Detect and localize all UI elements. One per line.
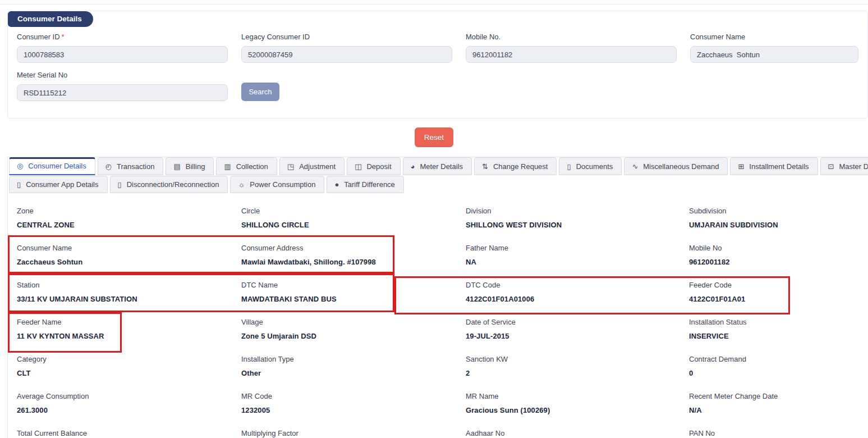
field-total-current-balance: Total Current Balance (17, 429, 241, 438)
tab-label: Transaction (117, 162, 154, 171)
meter-serial-field-group: Meter Serial No (17, 71, 241, 101)
detail-row: Average Consumption261.3000MR Code123200… (17, 380, 868, 417)
field-installation-status: Installation StatusINSERVICE (689, 318, 868, 343)
billing-card-icon: ▤ (173, 162, 180, 171)
tab-adjustment[interactable]: ◳Adjustment (279, 157, 345, 175)
consumer-id-label: Consumer ID* (17, 33, 241, 41)
reset-button[interactable]: Reset (415, 127, 453, 147)
tab-transaction[interactable]: ◴Transaction (98, 157, 164, 175)
tab-billing[interactable]: ▤Billing (166, 157, 214, 175)
field-value: 33/11 KV UMJARAIN SUBSTATION (17, 295, 241, 303)
field-village: VillageZone 5 Umjarain DSD (241, 318, 466, 343)
tab-disconnection-reconnection[interactable]: ▯Disconnection/Reconnection (110, 176, 228, 193)
detail-row: Consumer NameZacchaeus SohtunConsumer Ad… (17, 231, 868, 268)
field-value: INSERVICE (689, 332, 868, 340)
tab-meter-details[interactable]: ◕Meter Details (403, 157, 472, 175)
legacy-consumer-id-input[interactable] (241, 46, 452, 63)
tab-power-consumption[interactable]: ☼Power Consumption (230, 176, 324, 193)
consumer-name-input[interactable] (690, 46, 858, 63)
field-contract-demand: Contract Demand0 (689, 355, 868, 380)
tab-label: Deposit (366, 162, 391, 171)
field-category: CategoryCLT (17, 355, 241, 380)
meter-serial-input[interactable] (17, 84, 228, 101)
field-subdivision: SubdivisionUMJARAIN SUBDIVISION (689, 207, 868, 231)
history-clock-icon: ◴ (105, 162, 112, 171)
detail-row: Feeder Name11 KV KYNTON MASSARVillageZon… (17, 305, 868, 343)
field-label: Village (241, 318, 466, 326)
field-label: Recent Meter Change Date (689, 392, 868, 400)
field-label: Date of Service (466, 318, 689, 326)
tab-row-1: ◎Consumer Details◴Transaction▤Billing▥Co… (8, 157, 868, 175)
field-multiplying-factor: Multiplying Factor (241, 429, 466, 438)
field-label: Zone (17, 207, 241, 215)
field-label: Aadhaar No (466, 429, 689, 437)
consumer-tab-panel: ◎Consumer Details◴Transaction▤Billing▥Co… (7, 157, 868, 438)
field-value: SHILLONG CIRCLE (241, 221, 466, 229)
tab-installment-details[interactable]: ⊞Installment Details (730, 157, 818, 175)
field-value: 19-JUL-2015 (466, 332, 689, 340)
field-recent-meter-change-date: Recent Meter Change DateN/A (689, 392, 868, 417)
tab-label: Miscellaneous Demand (643, 162, 719, 171)
field-aadhaar-no: Aadhaar No (466, 429, 689, 438)
field-value: CENTRAL ZONE (17, 221, 241, 229)
field-label: Average Consumption (17, 392, 241, 400)
consumer-name-label: Consumer Name (690, 33, 858, 41)
document-icon: ▯ (567, 162, 571, 171)
tab-miscellaneous-demand[interactable]: ∿Miscellaneous Demand (624, 157, 728, 175)
field-average-consumption: Average Consumption261.3000 (17, 392, 241, 417)
field-value: 1232005 (241, 406, 466, 414)
tab-label: Consumer App Details (26, 180, 98, 189)
field-value: 261.3000 (17, 406, 241, 414)
consumer-id-field-group: Consumer ID* (17, 33, 241, 63)
field-label: Total Current Balance (17, 429, 241, 437)
tab-consumer-details[interactable]: ◎Consumer Details (9, 157, 95, 175)
mobile-icon: ▯ (118, 180, 122, 189)
collection-list-icon: ▥ (224, 162, 231, 171)
field-feeder-name: Feeder Name11 KV KYNTON MASSAR (17, 318, 241, 343)
legacy-consumer-id-label: Legacy Consumer ID (241, 33, 466, 41)
search-button[interactable]: Search (241, 83, 279, 101)
tab-label: Meter Details (420, 162, 463, 171)
field-dtc-code: DTC Code4122C01F01A01006 (466, 281, 689, 305)
tab-row-2: ▯Consumer App Details▯Disconnection/Reco… (8, 176, 868, 193)
master-data-box-icon: ⊡ (828, 162, 834, 171)
field-value: 2 (466, 369, 689, 377)
swap-arrows-icon: ⇅ (482, 162, 488, 171)
field-label: Consumer Name (17, 244, 241, 252)
field-label: Division (466, 207, 689, 215)
tab-collection[interactable]: ▥Collection (216, 157, 277, 175)
detail-row: Station33/11 KV UMJARAIN SUBSTATIONDTC N… (17, 268, 868, 305)
detail-row: CategoryCLTInstallation TypeOtherSanctio… (17, 343, 868, 380)
field-father-name: Father NameNA (466, 244, 689, 268)
field-station: Station33/11 KV UMJARAIN SUBSTATION (17, 281, 241, 305)
tab-change-request[interactable]: ⇅Change Request (474, 157, 557, 175)
tab-label: Disconnection/Reconnection (127, 180, 219, 189)
tab-deposit[interactable]: ◫Deposit (347, 157, 400, 175)
field-dtc-name: DTC NameMAWDATBAKI STAND BUS (241, 281, 466, 305)
field-label: Mobile No (689, 244, 868, 252)
tab-consumer-app-details[interactable]: ▯Consumer App Details (9, 176, 108, 193)
target-icon: ◎ (17, 162, 23, 170)
adjustment-box-icon: ◳ (287, 162, 294, 171)
field-value: MAWDATBAKI STAND BUS (241, 295, 466, 303)
tab-master-data-cor[interactable]: ⊡Master Data Cor (820, 157, 868, 175)
field-label: MR Code (241, 392, 466, 400)
field-label: Father Name (466, 244, 689, 252)
tab-label: Collection (236, 162, 268, 171)
tab-tariff-difference[interactable]: ●Tariff Difference (327, 176, 403, 193)
field-zone: ZoneCENTRAL ZONE (17, 207, 241, 231)
field-label: Feeder Name (17, 318, 241, 326)
field-consumer-address: Consumer AddressMawlai Mawdatbaki, Shill… (241, 244, 466, 268)
field-label: MR Name (466, 392, 689, 400)
detail-row: ZoneCENTRAL ZONECircleSHILLONG CIRCLEDiv… (17, 194, 868, 231)
consumer-id-input[interactable] (17, 46, 228, 63)
tab-label: Consumer Details (28, 162, 86, 170)
field-value: 4122C01F01A01 (689, 295, 868, 303)
consumer-details-grid: ZoneCENTRAL ZONECircleSHILLONG CIRCLEDiv… (8, 193, 868, 438)
field-value: 11 KV KYNTON MASSAR (17, 332, 241, 340)
mobile-no-input[interactable] (466, 46, 677, 63)
tab-documents[interactable]: ▯Documents (559, 157, 622, 175)
field-label: Category (17, 355, 241, 363)
field-feeder-code: Feeder Code4122C01F01A01 (689, 281, 868, 305)
field-label: Installation Status (689, 318, 868, 326)
